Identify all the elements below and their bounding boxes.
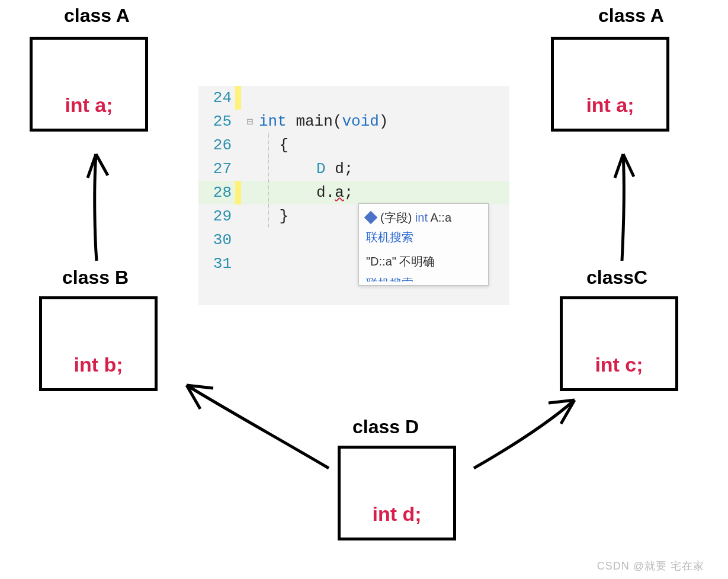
intellisense-tooltip: (字段) int A::a 联机搜索 "D::a" 不明确 联机搜索 — [358, 203, 489, 286]
watermark-text: CSDN @就要 宅在家 — [597, 559, 704, 573]
code-line-28: 28 d.a; — [198, 181, 509, 204]
code-line-26: 26 { — [198, 133, 509, 157]
cube-icon — [364, 210, 378, 224]
code-line-25: 25⊟ int main(void) — [198, 110, 509, 133]
code-line-24: 24 — [198, 86, 509, 110]
tooltip-field-row: (字段) int A::a — [366, 210, 481, 226]
tooltip-search-link[interactable]: 联机搜索 — [366, 229, 481, 245]
code-line-27: 27 D d; — [198, 157, 509, 181]
tooltip-error-text: "D::a" 不明确 — [366, 254, 481, 270]
tooltip-cutoff-link: 联机搜索 — [366, 276, 481, 281]
